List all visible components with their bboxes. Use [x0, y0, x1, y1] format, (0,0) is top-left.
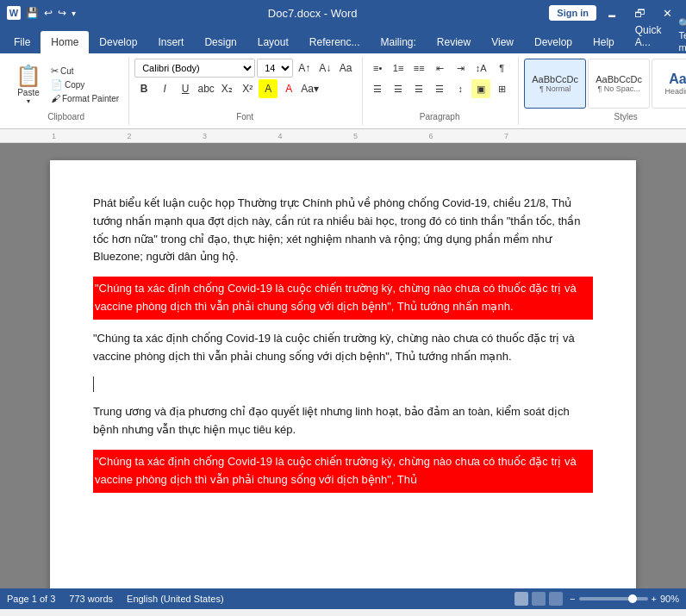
show-marks-button[interactable]: ¶ — [492, 59, 511, 78]
tab-develop2[interactable]: Develop — [524, 31, 583, 53]
status-right: − + 90% — [514, 592, 679, 606]
tab-help[interactable]: Help — [583, 31, 625, 53]
para-row-2: ☰ ☰ ☰ ☰ ↕ ▣ ⊞ — [368, 79, 511, 98]
multilevel-button[interactable]: ≡≡ — [409, 59, 428, 78]
font-size-select[interactable]: 14 — [257, 59, 293, 78]
zoom-level: 90% — [660, 594, 679, 604]
tab-references[interactable]: Referenc... — [299, 31, 371, 53]
document-area[interactable]: Phát biểu kết luận cuộc họp Thường trực … — [0, 143, 686, 588]
tab-quickaccess[interactable]: Quick A... — [625, 19, 672, 53]
clipboard-group-content: 📋 Paste ▾ ✂ Cut 📄 Copy 🖌 Format Painter — [10, 59, 122, 110]
superscript-button[interactable]: X² — [238, 79, 257, 98]
font-color-button[interactable]: A — [279, 79, 298, 98]
clipboard-small-buttons: ✂ Cut 📄 Copy 🖌 Format Painter — [48, 65, 122, 104]
increase-indent-button[interactable]: ⇥ — [451, 59, 470, 78]
paragraph-3: "Chúng ta xác định chống Covid-19 là cuộ… — [93, 330, 593, 366]
italic-button[interactable]: I — [155, 79, 174, 98]
bullets-button[interactable]: ≡• — [368, 59, 387, 78]
decrease-font-button[interactable]: A↓ — [315, 59, 334, 78]
font-label: Font — [236, 110, 253, 121]
increase-font-button[interactable]: A↑ — [295, 59, 314, 78]
tab-view[interactable]: View — [481, 31, 524, 53]
tab-file[interactable]: File — [3, 31, 41, 53]
zoom-slider[interactable] — [579, 597, 648, 600]
font-group: Calibri (Body) 14 A↑ A↓ Aa B I U abc X₂ … — [131, 57, 363, 125]
view-buttons — [514, 592, 563, 606]
tab-home[interactable]: Home — [41, 31, 89, 53]
format-painter-button[interactable]: 🖌 Format Painter — [48, 92, 122, 104]
language-info: English (United States) — [127, 594, 224, 604]
title-bar-left: W 💾 ↩ ↪ ▾ — [7, 6, 76, 20]
style-no-spacing[interactable]: AaBbCcDc ¶ No Spac... — [588, 59, 650, 109]
paragraph-group: ≡• 1≡ ≡≡ ⇤ ⇥ ↕A ¶ ☰ ☰ ☰ ☰ ↕ ▣ ⊞ — [365, 57, 519, 125]
tab-design[interactable]: Design — [194, 31, 246, 53]
quick-save[interactable]: 💾 — [26, 7, 39, 19]
strikethrough-button[interactable]: abc — [196, 79, 215, 98]
zoom-out-button[interactable]: − — [570, 594, 575, 604]
decrease-indent-button[interactable]: ⇤ — [430, 59, 449, 78]
minimize-button[interactable]: 🗕 — [600, 3, 624, 22]
ribbon-content: 📋 Paste ▾ ✂ Cut 📄 Copy 🖌 Format Painter … — [0, 53, 686, 129]
quick-redo[interactable]: ↪ — [58, 7, 66, 19]
highlight-button[interactable]: A — [259, 79, 278, 98]
clipboard-label: Clipboard — [47, 110, 84, 121]
ruler-markers: 1 2 3 4 5 6 7 — [52, 132, 543, 140]
signin-button[interactable]: Sign in — [549, 5, 596, 21]
document-page[interactable]: Phát biểu kết luận cuộc họp Thường trực … — [50, 160, 636, 588]
shading-button[interactable]: ▣ — [471, 79, 490, 98]
align-right-button[interactable]: ☰ — [409, 79, 428, 98]
cursor-line — [93, 376, 593, 393]
align-left-button[interactable]: ☰ — [368, 79, 387, 98]
ruler: 1 2 3 4 5 6 7 — [0, 129, 686, 143]
font-family-select[interactable]: Calibri (Body) — [134, 59, 255, 78]
style-heading1-label: Heading 1 — [665, 87, 686, 96]
title-bar: W 💾 ↩ ↪ ▾ Doc7.docx - Word Sign in 🗕 🗗 ✕ — [0, 0, 686, 26]
style-heading1[interactable]: AaB Heading 1 — [652, 59, 686, 109]
bold-button[interactable]: B — [134, 79, 153, 98]
sort-button[interactable]: ↕A — [471, 59, 490, 78]
tab-layout[interactable]: Layout — [247, 31, 299, 53]
copy-button[interactable]: 📄 Copy — [48, 78, 122, 91]
read-mode-button[interactable] — [532, 592, 546, 606]
zoom-thumb — [628, 594, 637, 603]
quick-undo[interactable]: ↩ — [44, 7, 53, 19]
paragraph-1: Phát biểu kết luận cuộc họp Thường trực … — [93, 195, 593, 266]
style-normal[interactable]: AaBbCcDc ¶ Normal — [524, 59, 586, 109]
para-row-1: ≡• 1≡ ≡≡ ⇤ ⇥ ↕A ¶ — [368, 59, 511, 78]
numbering-button[interactable]: 1≡ — [389, 59, 408, 78]
clear-format-button[interactable]: Aa — [336, 59, 355, 78]
paste-button[interactable]: 📋 Paste ▾ — [10, 62, 47, 107]
line-spacing-button[interactable]: ↕ — [451, 79, 470, 98]
tab-review[interactable]: Review — [427, 31, 481, 53]
style-nospace-label: ¶ No Spac... — [597, 84, 639, 93]
underline-button[interactable]: U — [176, 79, 195, 98]
tab-mailings[interactable]: Mailing: — [371, 31, 427, 53]
clipboard-group: 📋 Paste ▾ ✂ Cut 📄 Copy 🖌 Format Painter … — [7, 57, 129, 125]
styles-label: Styles — [614, 110, 638, 121]
tab-develop[interactable]: Develop — [89, 31, 147, 53]
cut-button[interactable]: ✂ Cut — [48, 65, 122, 78]
zoom-in-button[interactable]: + — [652, 594, 657, 604]
print-layout-button[interactable] — [514, 592, 528, 606]
paragraph-content: ≡• 1≡ ≡≡ ⇤ ⇥ ↕A ¶ ☰ ☰ ☰ ☰ ↕ ▣ ⊞ — [368, 59, 511, 110]
borders-button[interactable]: ⊞ — [492, 79, 511, 98]
ribbon: File Home Develop Insert Design Layout R… — [0, 26, 686, 129]
style-nospace-preview: AaBbCcDc — [596, 74, 642, 84]
align-center-button[interactable]: ☰ — [389, 79, 408, 98]
style-normal-preview: AaBbCcDc — [532, 74, 578, 84]
text-cursor — [93, 376, 94, 392]
tell-me-box[interactable]: 🔍 Tell me — [678, 17, 686, 53]
web-layout-button[interactable] — [549, 592, 563, 606]
ribbon-tab-bar: File Home Develop Insert Design Layout R… — [0, 26, 686, 53]
font-row-1: Calibri (Body) 14 A↑ A↓ Aa — [134, 59, 355, 78]
status-bar: Page 1 of 3 773 words English (United St… — [0, 588, 686, 609]
subscript-button[interactable]: X₂ — [217, 79, 236, 98]
justify-button[interactable]: ☰ — [430, 79, 449, 98]
tab-insert[interactable]: Insert — [147, 31, 194, 53]
paragraph-label: Paragraph — [420, 110, 460, 121]
paragraph-2-highlighted: "Chúng ta xác định chống Covid-19 là cuộ… — [93, 277, 593, 320]
styles-group: AaBbCcDc ¶ Normal AaBbCcDc ¶ No Spac... … — [521, 57, 686, 125]
font-more-button[interactable]: Aa▾ — [300, 79, 320, 98]
style-normal-label: ¶ Normal — [539, 84, 571, 93]
word-logo: W — [7, 6, 21, 20]
